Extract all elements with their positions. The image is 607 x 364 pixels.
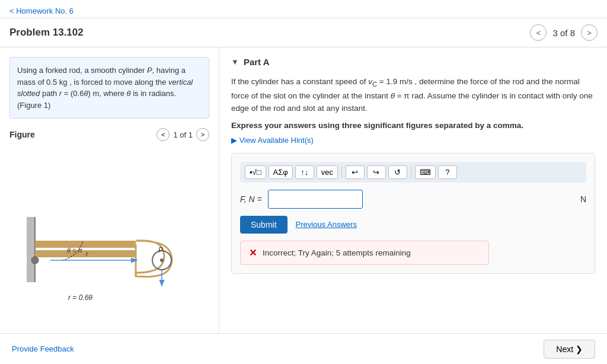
problem-description: Using a forked rod, a smooth cylinder P,… <box>9 57 209 119</box>
submit-row: Submit Previous Answers <box>240 216 586 234</box>
svg-rect-0 <box>27 217 35 282</box>
svg-text:P: P <box>158 246 163 254</box>
toolbar-sqrt-btn[interactable]: ▪√□ <box>245 165 266 179</box>
math-toolbar: ▪√□ AΣφ ↑↓ vec ↩ ↪ ↺ ⌨ ? <box>240 162 586 183</box>
svg-point-6 <box>160 258 164 262</box>
back-link[interactable]: < Homework No. 6 <box>9 7 74 15</box>
part-label: Part A <box>244 57 270 67</box>
toolbar-undo-btn[interactable]: ↩ <box>346 165 365 179</box>
toolbar-sigma-btn[interactable]: AΣφ <box>269 165 293 179</box>
toolbar-refresh-btn[interactable]: ↺ <box>388 165 407 179</box>
svg-text:r = 0.6θ: r = 0.6θ <box>68 293 92 302</box>
fig-next-button[interactable]: > <box>196 128 209 141</box>
input-label: F, N = <box>240 194 262 204</box>
answer-box: ▪√□ AΣφ ↑↓ vec ↩ ↪ ↺ ⌨ ? F, N = N Submit… <box>231 153 595 274</box>
feedback-link[interactable]: Provide Feedback <box>12 344 74 353</box>
part-header: ▼ Part A <box>231 57 595 67</box>
toolbar-sep-2 <box>411 166 411 178</box>
svg-rect-2 <box>35 241 136 248</box>
figure-title: Figure <box>9 130 35 139</box>
submit-button[interactable]: Submit <box>240 216 287 234</box>
toolbar-sep-1 <box>341 166 342 178</box>
figure-area: P θ = π r r = 0.6θ <box>9 147 209 346</box>
main-content: Using a forked rod, a smooth cylinder P,… <box>0 47 607 355</box>
toolbar-help-btn[interactable]: ? <box>438 165 457 179</box>
right-panel: ▼ Part A If the cylinder has a constant … <box>219 47 607 355</box>
svg-text:θ = π: θ = π <box>67 247 83 254</box>
toolbar-updown-btn[interactable]: ↑↓ <box>295 165 314 179</box>
svg-rect-3 <box>35 250 136 257</box>
figure-svg: P θ = π r r = 0.6θ <box>27 181 193 312</box>
error-icon: ✕ <box>249 247 257 258</box>
figure-header: Figure < 1 of 1 > <box>9 128 209 141</box>
left-panel: Using a forked rod, a smooth cylinder P,… <box>0 47 219 355</box>
answer-input[interactable] <box>268 190 363 209</box>
unit-label: N <box>580 194 586 204</box>
fig-prev-button[interactable]: < <box>156 128 170 141</box>
pagination-controls: < 3 of 8 > <box>530 24 598 41</box>
toolbar-redo-btn[interactable]: ↪ <box>367 165 386 179</box>
hint-link[interactable]: View Available Hint(s) <box>231 136 595 145</box>
next-button[interactable]: Next ❯ <box>544 340 595 356</box>
figure-nav: < 1 of 1 > <box>156 128 209 141</box>
next-problem-button[interactable]: > <box>581 24 598 41</box>
part-collapse-icon[interactable]: ▼ <box>231 58 239 66</box>
svg-point-8 <box>31 257 39 264</box>
page-count: 3 of 8 <box>552 28 575 38</box>
input-row: F, N = N <box>240 190 586 209</box>
bold-instruction: Express your answers using three signifi… <box>231 121 595 130</box>
bottom-bar: Provide Feedback Next ❯ <box>0 333 607 355</box>
fig-count: 1 of 1 <box>173 130 193 139</box>
toolbar-keyboard-btn[interactable]: ⌨ <box>415 165 436 179</box>
top-nav: < Homework No. 6 <box>0 0 607 18</box>
error-box: ✕ Incorrect; Try Again; 5 attempts remai… <box>240 241 489 265</box>
problem-text: If the cylinder has a constant speed of … <box>231 75 595 115</box>
header-row: Problem 13.102 < 3 of 8 > <box>0 18 607 47</box>
prev-answers-link[interactable]: Previous Answers <box>296 220 357 229</box>
error-message: Incorrect; Try Again; 5 attempts remaini… <box>263 248 411 257</box>
problem-title: Problem 13.102 <box>9 27 84 39</box>
toolbar-vec-btn[interactable]: vec <box>317 165 338 179</box>
prev-problem-button[interactable]: < <box>530 24 547 41</box>
